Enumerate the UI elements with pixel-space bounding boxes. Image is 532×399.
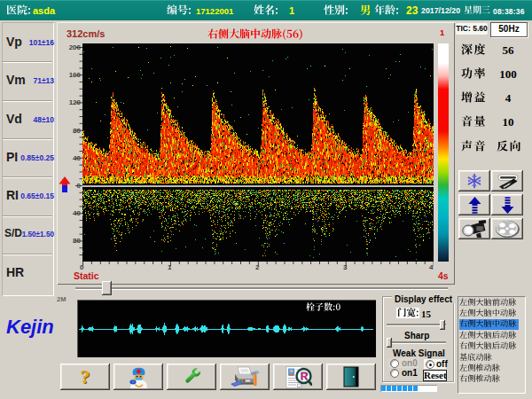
artery-2-glyphs bbox=[459, 319, 517, 329]
sweep-scroll-thumb[interactable] bbox=[102, 281, 112, 295]
artery-item-5[interactable]: 基底动脉 bbox=[459, 353, 519, 364]
weak-signal-on1-radio[interactable] bbox=[390, 369, 399, 378]
hr-label: HR bbox=[6, 265, 24, 279]
gate-width-label-glyphs bbox=[397, 308, 419, 319]
sweep-scroll-track[interactable] bbox=[75, 287, 448, 290]
patient-name-value: 1 bbox=[289, 5, 294, 16]
display-effect-title: Display effect bbox=[392, 295, 455, 303]
scale-up-button[interactable] bbox=[458, 194, 490, 215]
volume-label-glyphs bbox=[461, 115, 488, 129]
tcd-application-window: 医院: asda 编号: 17122001 姓名: 1 性别: 男 年龄: 23… bbox=[0, 0, 532, 399]
signal-cell bbox=[387, 386, 391, 391]
eject-button[interactable] bbox=[491, 170, 523, 192]
wrench-icon bbox=[179, 366, 204, 387]
vm-value: 71±13 bbox=[18, 76, 54, 85]
sharp-slider-thumb[interactable] bbox=[387, 338, 392, 348]
artery-item-7[interactable]: 右侧椎动脉 bbox=[459, 374, 519, 385]
signal-cell bbox=[408, 386, 412, 391]
snowflake-icon bbox=[466, 173, 482, 189]
gate-width-value: 15 bbox=[421, 309, 431, 319]
patient-info-button[interactable] bbox=[113, 364, 163, 390]
reset-button[interactable]: Reset bbox=[423, 370, 447, 381]
frequency-button[interactable]: 50Hz bbox=[490, 22, 528, 37]
sd-label: S/D bbox=[4, 227, 22, 239]
ri-value: 0.65±0.15 bbox=[16, 192, 54, 200]
weak-signal-off-radio[interactable] bbox=[426, 360, 434, 369]
gender-value: 男 bbox=[360, 4, 372, 18]
xtick-4: 4 bbox=[429, 263, 433, 271]
signal-cell bbox=[397, 386, 402, 391]
video-camera-icon bbox=[461, 219, 488, 239]
sharp-label: Sharp bbox=[404, 331, 429, 340]
power-value: 100 bbox=[490, 67, 526, 82]
exam-id-label: 编号: bbox=[167, 4, 192, 18]
print-button[interactable] bbox=[220, 364, 270, 390]
divider bbox=[3, 176, 52, 178]
hospital-label: 医院: bbox=[6, 4, 32, 18]
artery-item-0[interactable]: 左侧大脑前动脉 bbox=[459, 298, 519, 309]
report-button[interactable] bbox=[273, 364, 323, 390]
weak-signal-on0-label: on0 bbox=[402, 358, 418, 368]
gain-label: 增益 bbox=[461, 91, 488, 106]
output-slot-icon bbox=[496, 173, 520, 190]
printer-icon bbox=[230, 365, 260, 388]
weak-signal-off-label: off bbox=[436, 359, 448, 369]
artery-7-glyphs bbox=[459, 374, 501, 384]
baseline-marker-icon[interactable] bbox=[59, 176, 71, 193]
gender-label-glyphs bbox=[324, 4, 349, 18]
report-magnifier-icon bbox=[285, 365, 312, 389]
depth-label: 深度 bbox=[461, 43, 488, 58]
gate-width-slider-track[interactable] bbox=[387, 324, 446, 326]
artery-item-3[interactable]: 左侧大脑后动脉 bbox=[459, 331, 519, 341]
age-label-glyphs bbox=[374, 4, 400, 18]
radio-dot bbox=[429, 364, 432, 366]
help-button[interactable]: ? bbox=[60, 364, 110, 390]
patient-name-label-glyphs bbox=[254, 4, 279, 18]
artery-3-glyphs bbox=[459, 331, 517, 340]
time-display: 08:38:36 bbox=[493, 7, 525, 16]
frequency-button-label: 50Hz bbox=[491, 23, 527, 35]
gender-value-glyphs bbox=[360, 4, 372, 18]
record-video-button[interactable] bbox=[458, 218, 490, 239]
spectrum-title-glyphs bbox=[207, 28, 303, 42]
doppler-spectrum-waveform bbox=[82, 43, 434, 262]
divider bbox=[3, 215, 52, 217]
gate-width-label: 门宽: bbox=[397, 308, 419, 319]
artery-item-2-selected[interactable]: 右侧大脑中动脉 bbox=[459, 319, 519, 330]
artery-item-1[interactable]: 左侧大脑中动脉 bbox=[459, 309, 519, 319]
scale-down-button[interactable] bbox=[491, 194, 523, 215]
xtick-3: 3 bbox=[343, 263, 347, 271]
vp-value: 101±16 bbox=[18, 38, 54, 47]
time-span-label: 4s bbox=[438, 270, 449, 281]
patient-name-label: 姓名: bbox=[254, 4, 279, 18]
weak-signal-on0-radio[interactable] bbox=[390, 359, 399, 368]
sd-value: 1.50±1.50 bbox=[21, 231, 54, 239]
sound-value: 反向 bbox=[497, 140, 523, 154]
setup-button[interactable] bbox=[167, 364, 216, 390]
patient-info-bar: 医院: asda 编号: 17122001 姓名: 1 性别: 男 年龄: 23… bbox=[0, 0, 532, 20]
signal-cell bbox=[381, 386, 386, 391]
age-label: 年龄: bbox=[374, 4, 400, 18]
sharp-slider-track[interactable] bbox=[387, 341, 446, 344]
film-reel-icon bbox=[494, 219, 520, 239]
weekday-glyphs bbox=[464, 5, 491, 16]
artery-0-glyphs bbox=[459, 298, 517, 308]
divider bbox=[3, 138, 52, 140]
baseline-line bbox=[82, 185, 434, 187]
doppler-spectrogram[interactable] bbox=[82, 43, 434, 262]
artery-item-4[interactable]: 右侧大脑后动脉 bbox=[459, 341, 519, 352]
tic-value-text: TIC: 5.60 bbox=[456, 23, 488, 35]
artery-5-glyphs bbox=[459, 353, 492, 363]
question-mark-icon: ? bbox=[81, 365, 90, 388]
emboli-count-glyphs bbox=[306, 302, 341, 313]
emboli-count-label: 栓子数:0 bbox=[306, 302, 341, 313]
gate-width-slider-thumb[interactable] bbox=[440, 320, 445, 330]
weak-signal-title: Weak Signal bbox=[393, 348, 445, 358]
artery-listbox[interactable]: 左侧大脑前动脉 左侧大脑中动脉 右侧大脑中动脉 左侧大脑后动脉 右侧大脑后动脉 … bbox=[458, 296, 526, 394]
artery-item-6[interactable]: 左侧椎动脉 bbox=[459, 364, 519, 374]
cine-review-button[interactable] bbox=[491, 218, 523, 239]
emboli-monitor-strip[interactable]: 栓子数:0 bbox=[77, 300, 376, 357]
freeze-button[interactable] bbox=[458, 170, 490, 192]
depth-label-glyphs bbox=[461, 43, 488, 58]
exit-button[interactable] bbox=[326, 364, 376, 390]
